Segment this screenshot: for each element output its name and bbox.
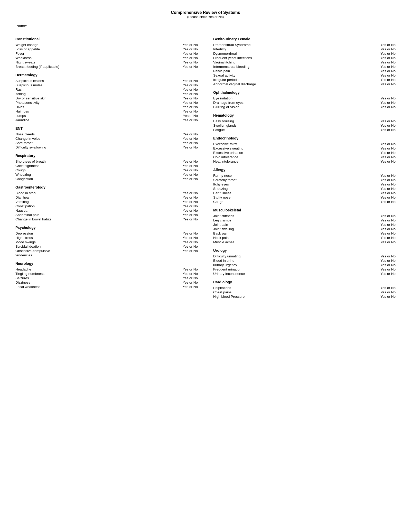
- item-label: Change in voice: [15, 137, 40, 141]
- item-yes-no: Yes or No: [183, 65, 198, 69]
- item-label: Hair loss: [15, 109, 29, 113]
- list-item: Frequent yeast infectionsYes or No: [213, 56, 396, 60]
- list-item: Excessive thirstYes or No: [213, 142, 396, 146]
- item-label: Excessive sweating: [213, 146, 244, 150]
- item-label: Nausea: [15, 209, 27, 212]
- item-yes-no: Yes or No: [380, 240, 396, 244]
- list-item: DiarrheaYes or No: [15, 195, 198, 200]
- item-label: Heat intolerance: [213, 160, 238, 163]
- item-yes-no: Yes or No: [380, 178, 396, 182]
- list-item: Mood swingsYes or No: [15, 240, 198, 244]
- item-label: Leg cramps: [213, 218, 231, 222]
- item-yes-no: Yes or No: [380, 187, 396, 191]
- list-item: Suicidal ideationYes or No: [15, 244, 198, 249]
- item-yes-no: Yes or No: [380, 96, 396, 100]
- item-yes-no: Yes or No: [380, 236, 396, 240]
- item-yes-no: Yes or No: [380, 160, 396, 163]
- list-item: Suspicious lesionsYes or No: [15, 79, 198, 83]
- list-item: Blood in stoolYes or No: [15, 191, 198, 195]
- item-yes-no: Yes or No: [380, 272, 396, 276]
- item-yes-no: Yes or No: [380, 267, 396, 271]
- item-label: Focal weakness: [15, 285, 40, 289]
- section-respiratory: Respiratory Shortness of breathYes or No…: [15, 154, 198, 181]
- item-yes-no: Yes or No: [380, 128, 396, 132]
- list-item: Heat intoleranceYes or No: [213, 159, 396, 164]
- list-item: Abnormal vaginal dischargeYes or No: [213, 82, 396, 86]
- item-label: Drainage from eyes: [213, 101, 244, 105]
- item-label: Easy bruising: [213, 119, 234, 123]
- item-yes-no: Yes or No: [380, 155, 396, 159]
- item-yes-no: Yes or No: [380, 254, 396, 258]
- list-item: Itchy eyesYes or No: [213, 182, 396, 186]
- item-label: Ear fullness: [213, 191, 231, 195]
- item-label: Irregular periods: [213, 78, 238, 82]
- item-yes-no: Yes or No: [183, 160, 198, 163]
- item-label: Joint pain: [213, 223, 228, 227]
- list-item: Tingling numbnessYes or No: [15, 272, 198, 276]
- respiratory-header: Respiratory: [15, 154, 198, 158]
- item-label: Infertility: [213, 47, 226, 51]
- item-yes-no: Yes or No: [380, 73, 396, 77]
- hematology-items: Easy bruisingYes or NoSwollen glandsYes …: [213, 119, 396, 132]
- list-item: Difficulty swallowingYes or No: [15, 145, 198, 150]
- item-yes-no: Yes or No: [183, 83, 198, 87]
- item-label: Photosensitivity: [15, 101, 40, 105]
- item-label: Vaginal itching: [213, 60, 236, 64]
- item-yes-no: Yes or No: [380, 218, 396, 222]
- cardiology-header: Cardiology: [213, 280, 396, 284]
- item-label: Sore throat: [15, 141, 33, 145]
- list-item: Neck painYes or No: [213, 236, 396, 240]
- item-yes-no: Yes or No: [183, 281, 198, 284]
- list-item: Leg crampsYes or No: [213, 218, 396, 222]
- dermatology-items: Suspicious lesionsYes or NoSuspicious mo…: [15, 79, 198, 122]
- item-label: Jaundice: [15, 118, 29, 122]
- item-label: Vomiting: [15, 200, 29, 204]
- item-yes-no: Yes or No: [380, 119, 396, 123]
- item-yes-no: Yes or No: [183, 231, 198, 235]
- neurology-header: Neurology: [15, 262, 198, 266]
- item-yes-no: Yes or No: [183, 109, 198, 113]
- subtitle: (Please circle Yes or No): [15, 15, 396, 19]
- list-item: Change in bowel habitsYes or No: [15, 217, 198, 221]
- item-label: Cough: [15, 168, 26, 172]
- list-item: Sexual activityYes or No: [213, 73, 396, 78]
- list-item: CongestionYes or No: [15, 177, 198, 181]
- list-item: Focal weaknessYes or No: [15, 285, 198, 289]
- item-yes-no: Yes or No: [380, 290, 396, 294]
- item-yes-no: Yes or No: [183, 145, 198, 149]
- item-label: Dry or sensitive skin: [15, 96, 46, 100]
- item-yes-no: Yes or No: [380, 151, 396, 155]
- list-item: Scratchy throatYes or No: [213, 178, 396, 182]
- item-label: Palpitations: [213, 286, 231, 290]
- item-yes-no: Yes or No: [380, 47, 396, 51]
- name-underline: [96, 24, 173, 28]
- item-yes-no: Yes or No: [380, 191, 396, 195]
- item-yes-no: Yes or No: [380, 56, 396, 60]
- list-item: RashYes or No: [15, 87, 198, 92]
- list-item: Irregular periodsYes or No: [213, 78, 396, 82]
- item-label: Runny nose: [213, 174, 232, 178]
- neurology-items: HeadacheYes or NoTingling numbnessYes or…: [15, 267, 198, 289]
- item-yes-no: Yes or No: [380, 295, 396, 298]
- list-item: Vaginal itchingYes or No: [213, 60, 396, 64]
- item-label: Frequent urination: [213, 267, 241, 271]
- item-yes-no: Yes or No: [183, 213, 198, 217]
- list-item: ItchingYes or No: [15, 92, 198, 96]
- item-yes-no: Yes or No: [380, 259, 396, 263]
- list-item: Frequent urinationYes or No: [213, 267, 396, 272]
- section-ophthalmology: Ophthalmology Eye irritationYes or NoDra…: [213, 90, 396, 109]
- list-item: Sore throatYes or No: [15, 141, 198, 145]
- item-label: Premenstrual Syndrome: [213, 43, 251, 47]
- item-yes-no: Yes or No: [183, 236, 198, 240]
- list-item: High blood PressureYes or No: [213, 294, 396, 299]
- item-label: Itching: [15, 92, 26, 96]
- item-yes-no: Yes or No: [380, 286, 396, 290]
- item-yes-no: Yes or No: [183, 56, 198, 60]
- item-label: Pelvic pain: [213, 69, 230, 73]
- psychology-items: DepressionYes or NoHigh stressYes or NoM…: [15, 231, 198, 257]
- item-yes-no: Yes or No: [380, 78, 396, 82]
- item-label: Constipation: [15, 204, 35, 208]
- list-item: Excessive sweatingYes or No: [213, 146, 396, 151]
- list-item: Hair lossYes or No: [15, 109, 198, 114]
- gastroenterology-items: Blood in stoolYes or NoDiarrheaYes or No…: [15, 191, 198, 221]
